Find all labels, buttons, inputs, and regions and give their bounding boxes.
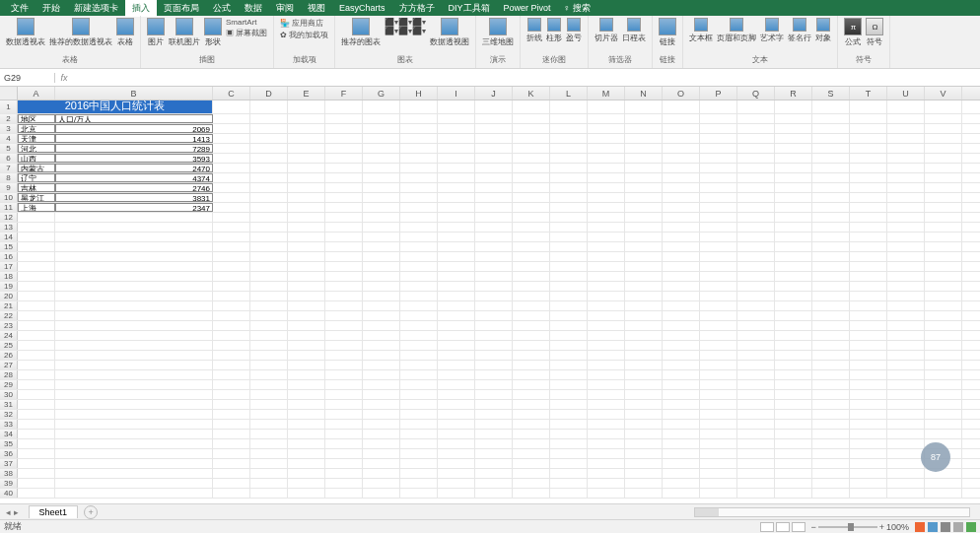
cell[interactable]: [288, 193, 325, 202]
col-header[interactable]: R: [775, 87, 812, 100]
cell[interactable]: [925, 144, 962, 153]
cell[interactable]: [700, 252, 737, 261]
cell[interactable]: [700, 292, 737, 300]
cell[interactable]: [400, 410, 438, 419]
cell[interactable]: [513, 242, 550, 251]
cell[interactable]: [475, 321, 513, 330]
cell[interactable]: [625, 489, 663, 498]
cell[interactable]: 3593: [55, 154, 213, 163]
cell[interactable]: [325, 114, 363, 123]
row-header[interactable]: 37: [0, 459, 18, 468]
tray-icon[interactable]: [941, 522, 950, 532]
chart-type-2[interactable]: ⬛▾⬛▾⬛▾: [385, 27, 426, 35]
cell[interactable]: [850, 164, 887, 172]
cell[interactable]: [213, 361, 250, 369]
cell[interactable]: [887, 321, 925, 330]
cell[interactable]: [625, 144, 663, 153]
cell[interactable]: [325, 459, 363, 468]
cell[interactable]: [18, 301, 55, 310]
cell[interactable]: [775, 242, 812, 251]
cell[interactable]: [438, 134, 475, 143]
cell[interactable]: [775, 134, 812, 143]
cell[interactable]: [550, 439, 588, 448]
cell[interactable]: [213, 420, 250, 429]
cell[interactable]: [925, 420, 962, 429]
cell[interactable]: [438, 124, 475, 133]
cell[interactable]: [887, 183, 925, 192]
cell[interactable]: [438, 164, 475, 172]
row-header[interactable]: 28: [0, 370, 18, 379]
cell[interactable]: [663, 134, 700, 143]
cell[interactable]: [363, 144, 400, 153]
cell[interactable]: [18, 341, 55, 350]
cell[interactable]: [812, 164, 850, 172]
tab-layout[interactable]: 页面布局: [157, 0, 206, 17]
cell[interactable]: [737, 154, 775, 163]
cell[interactable]: [55, 242, 213, 251]
cell[interactable]: [850, 252, 887, 261]
cell[interactable]: [475, 213, 513, 222]
cell[interactable]: [475, 311, 513, 320]
cell[interactable]: [812, 252, 850, 261]
cell[interactable]: [475, 183, 513, 192]
cell[interactable]: [700, 144, 737, 153]
cell[interactable]: [625, 361, 663, 369]
tab-home[interactable]: 开始: [35, 0, 67, 17]
row-header[interactable]: 39: [0, 479, 18, 488]
cell[interactable]: [288, 370, 325, 379]
row-header[interactable]: 23: [0, 321, 18, 330]
cell[interactable]: [625, 370, 663, 379]
cell[interactable]: [438, 380, 475, 389]
cell[interactable]: [588, 479, 625, 488]
cell[interactable]: [400, 114, 438, 123]
cell[interactable]: [55, 282, 213, 291]
cell[interactable]: [700, 124, 737, 133]
cell[interactable]: [250, 223, 288, 232]
cell[interactable]: [18, 252, 55, 261]
cell[interactable]: [737, 321, 775, 330]
cell[interactable]: [213, 134, 250, 143]
cell[interactable]: [850, 321, 887, 330]
cell[interactable]: [213, 331, 250, 340]
cell[interactable]: [325, 351, 363, 360]
cell[interactable]: [700, 134, 737, 143]
cell[interactable]: [438, 144, 475, 153]
cell[interactable]: [18, 292, 55, 300]
cell[interactable]: [18, 400, 55, 409]
cell[interactable]: [737, 331, 775, 340]
cell[interactable]: [18, 449, 55, 458]
cell[interactable]: [475, 242, 513, 251]
cell[interactable]: [737, 292, 775, 300]
cell[interactable]: [925, 321, 962, 330]
cell[interactable]: [513, 380, 550, 389]
cell[interactable]: [18, 459, 55, 468]
cell[interactable]: [775, 272, 812, 281]
cell[interactable]: [325, 144, 363, 153]
cell[interactable]: [438, 193, 475, 202]
zoom-slider[interactable]: [818, 526, 877, 528]
cell[interactable]: [700, 469, 737, 478]
cell[interactable]: [737, 282, 775, 291]
cell[interactable]: [663, 203, 700, 212]
cell[interactable]: [737, 469, 775, 478]
cell[interactable]: [812, 341, 850, 350]
cell[interactable]: [363, 223, 400, 232]
cell[interactable]: [850, 311, 887, 320]
cell[interactable]: [588, 114, 625, 123]
cell[interactable]: [475, 233, 513, 241]
cell[interactable]: [700, 459, 737, 468]
cell[interactable]: [625, 311, 663, 320]
cell[interactable]: [438, 449, 475, 458]
cell[interactable]: [213, 479, 250, 488]
cell[interactable]: [438, 361, 475, 369]
cell[interactable]: [663, 479, 700, 488]
cell[interactable]: [850, 489, 887, 498]
cell[interactable]: [325, 124, 363, 133]
cell[interactable]: [438, 292, 475, 300]
cell[interactable]: [550, 144, 588, 153]
cell[interactable]: [288, 420, 325, 429]
tab-diy[interactable]: DIY工具箱: [442, 0, 497, 17]
cell[interactable]: [663, 233, 700, 241]
cell[interactable]: [737, 459, 775, 468]
cell[interactable]: [850, 479, 887, 488]
